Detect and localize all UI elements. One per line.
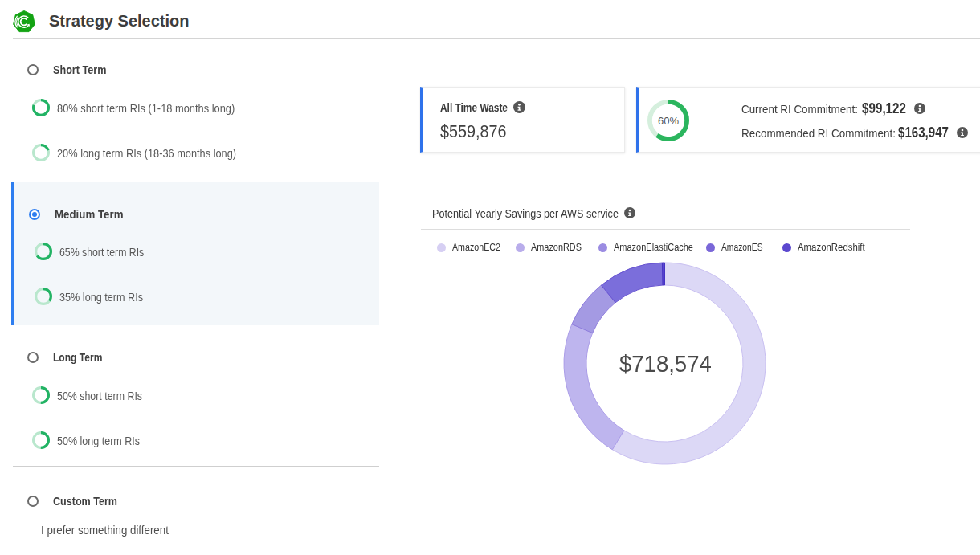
svg-text:60%: 60%	[658, 115, 679, 127]
